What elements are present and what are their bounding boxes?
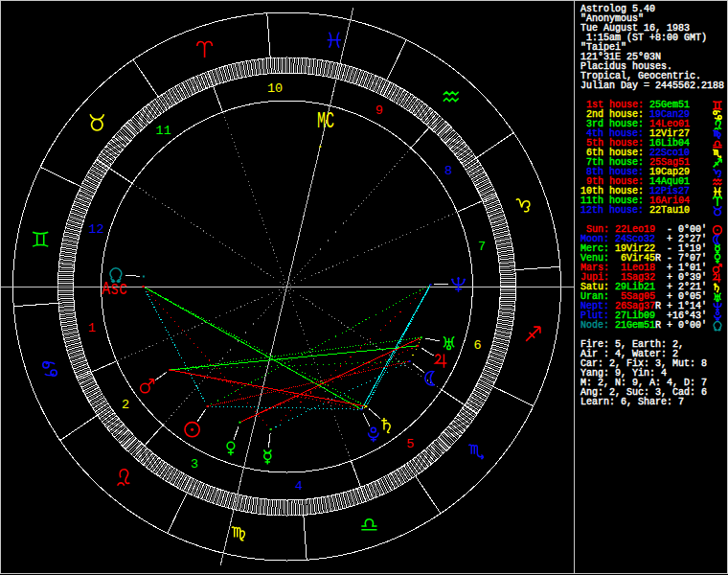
- svg-text:MC: MC: [317, 108, 334, 134]
- svg-text:12: 12: [88, 222, 103, 237]
- svg-text:10: 10: [267, 81, 283, 96]
- svg-text:1: 1: [88, 321, 96, 335]
- svg-text:11: 11: [156, 124, 171, 138]
- svg-text:6: 6: [474, 338, 482, 353]
- svg-text:4: 4: [295, 479, 303, 494]
- svg-text:9: 9: [375, 104, 383, 118]
- svg-text:3: 3: [191, 457, 198, 472]
- svg-text:2: 2: [122, 398, 129, 412]
- svg-text:Asc: Asc: [102, 278, 127, 300]
- svg-text:8: 8: [444, 164, 452, 178]
- svg-text:7: 7: [478, 240, 486, 254]
- svg-text:5: 5: [406, 437, 414, 451]
